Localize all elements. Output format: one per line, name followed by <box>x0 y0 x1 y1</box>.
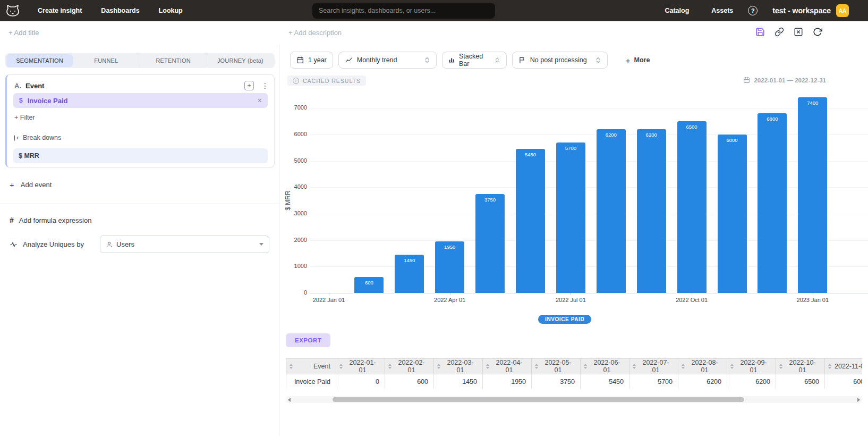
sort-icon[interactable] <box>486 364 489 369</box>
select-chevrons-icon <box>495 56 500 64</box>
nav-item-catalog[interactable]: Catalog <box>665 7 689 14</box>
save-icon[interactable] <box>755 27 765 37</box>
add-title-button[interactable]: + Add title <box>8 29 39 37</box>
table-header-cell[interactable]: 2022-07-01 <box>629 359 678 374</box>
x-tick-mark <box>692 293 692 295</box>
bar-2022-11-01[interactable] <box>718 135 747 293</box>
selected-event-row[interactable]: $ Invoice Paid × <box>13 93 268 108</box>
bar-2022-07-01[interactable] <box>556 142 585 293</box>
row-event-name: Invoice Paid <box>286 374 336 389</box>
nav-item-create-insight[interactable]: Create insight <box>38 7 82 14</box>
table-header-cell[interactable]: 2022-03-01 <box>434 359 483 374</box>
sort-icon[interactable] <box>633 364 636 369</box>
chart-type-select[interactable]: Stacked Bar <box>442 52 507 69</box>
scrollbar-thumb[interactable] <box>333 397 744 402</box>
add-event-button[interactable]: + Add event <box>10 180 52 189</box>
sort-icon[interactable] <box>584 364 587 369</box>
y-tick-label: 0 <box>283 289 307 296</box>
add-formula-label: Add formula expression <box>19 216 92 224</box>
table-header-cell[interactable]: 2022-06-01 <box>581 359 629 374</box>
table-header-cell[interactable]: 2022-08-01 <box>678 359 727 374</box>
breakdown-icon <box>13 135 20 141</box>
table-header-cell[interactable]: 2022-02-01 <box>385 359 434 374</box>
analyze-uniques-label: Analyze Uniques by <box>23 240 84 248</box>
nav-item-dashboards[interactable]: Dashboards <box>101 7 139 14</box>
table-header-cell[interactable]: 2022-05-01 <box>532 359 581 374</box>
duplicate-event-icon[interactable]: + <box>244 81 254 90</box>
nav-right: Catalog Assets ? test - workspace AA <box>665 0 849 21</box>
link-icon[interactable] <box>774 27 784 37</box>
event-card: A. Event + ⋮ $ Invoice Paid × + Filter <box>5 74 275 167</box>
bar-value-label: 3750 <box>475 197 505 203</box>
cached-results-label: CACHED RESULTS <box>303 78 361 84</box>
scroll-left-icon[interactable] <box>288 398 291 402</box>
bar-2022-09-01[interactable] <box>637 129 666 293</box>
legend-invoice-paid[interactable]: INVOICE PAID <box>538 315 591 324</box>
horizontal-scrollbar[interactable] <box>286 396 862 403</box>
avatar[interactable]: AA <box>836 4 849 17</box>
sort-icon[interactable] <box>779 364 782 369</box>
post-processing-select[interactable]: No post processing <box>512 52 608 69</box>
analyze-entity-select[interactable]: Users <box>100 236 269 253</box>
refresh-icon[interactable] <box>812 27 822 37</box>
sort-icon[interactable] <box>437 364 440 369</box>
sort-icon[interactable] <box>388 364 392 369</box>
sort-icon[interactable] <box>828 364 831 369</box>
bar-2022-10-01[interactable] <box>677 121 707 293</box>
bar-2023-01-01[interactable] <box>798 97 827 293</box>
remove-event-icon[interactable]: × <box>258 96 262 105</box>
workspace-name[interactable]: test - workspace <box>772 6 831 15</box>
breakdown-item-mrr[interactable]: $ MRR <box>13 148 268 163</box>
info-icon: i <box>293 78 299 84</box>
bar-chart-icon <box>448 56 455 64</box>
bar-2022-08-01[interactable] <box>597 129 626 293</box>
x-tick-label: 2023 Jan 01 <box>789 297 837 303</box>
table-header-cell[interactable]: 2022-10-01 <box>776 359 825 374</box>
trend-select-value: Monthly trend <box>357 56 397 64</box>
sort-icon[interactable] <box>535 364 538 369</box>
add-breakdown-button[interactable]: Break downs <box>13 134 61 141</box>
select-chevrons-icon <box>424 56 430 64</box>
plus-icon: + <box>626 56 631 65</box>
bar-2022-12-01[interactable] <box>758 113 787 293</box>
x-square-icon[interactable] <box>793 27 803 37</box>
date-range-button[interactable]: 1 year <box>290 52 333 69</box>
more-options-button[interactable]: + More <box>626 56 650 65</box>
table-header-cell[interactable]: 2022-09-01 <box>727 359 776 374</box>
table-header-cell[interactable]: Event <box>286 359 336 374</box>
add-formula-button[interactable]: # Add formula expression <box>10 216 91 224</box>
y-tick-label: 2000 <box>283 237 307 243</box>
bar-2022-06-01[interactable] <box>516 149 545 293</box>
tab-funnel[interactable]: FUNNEL <box>73 54 139 67</box>
export-button[interactable]: EXPORT <box>286 333 330 347</box>
nav-item-assets[interactable]: Assets <box>711 7 733 14</box>
y-tick-label: 5000 <box>283 157 307 164</box>
more-label: More <box>634 56 650 64</box>
tab-retention[interactable]: RETENTION <box>140 54 207 67</box>
bar-2022-05-01[interactable] <box>475 194 505 293</box>
event-menu-icon[interactable]: ⋮ <box>261 81 269 90</box>
add-event-label: Add event <box>21 181 52 189</box>
tab-journey-beta[interactable]: JOURNEY (beta) <box>207 54 274 67</box>
sort-icon[interactable] <box>290 364 293 369</box>
row-value-cell: 5450 <box>581 374 629 389</box>
sort-icon[interactable] <box>682 364 685 369</box>
row-value-cell: 6200 <box>727 374 776 389</box>
trend-select[interactable]: Monthly trend <box>338 52 437 69</box>
x-tick-label: 2022 Oct 01 <box>668 297 716 303</box>
search-input[interactable] <box>312 3 495 19</box>
app-logo-icon[interactable] <box>5 3 20 18</box>
y-tick-label: 3000 <box>283 210 307 216</box>
scroll-right-icon[interactable] <box>857 398 860 402</box>
table-header-cell[interactable]: 2022-11-01 <box>825 359 863 374</box>
table-header-cell[interactable]: 2022-01-01 <box>336 359 385 374</box>
sort-icon[interactable] <box>339 364 343 369</box>
add-description-button[interactable]: + Add description <box>288 29 342 37</box>
result-date-range-value: 2022-01-01 — 2022-12-31 <box>754 77 826 83</box>
nav-item-lookup[interactable]: Lookup <box>159 7 183 14</box>
help-icon[interactable]: ? <box>748 6 758 15</box>
add-filter-button[interactable]: + Filter <box>14 114 35 121</box>
tab-segmentation[interactable]: SEGMENTATION <box>6 54 73 67</box>
sort-icon[interactable] <box>730 364 734 369</box>
table-header-cell[interactable]: 2022-04-01 <box>483 359 532 374</box>
